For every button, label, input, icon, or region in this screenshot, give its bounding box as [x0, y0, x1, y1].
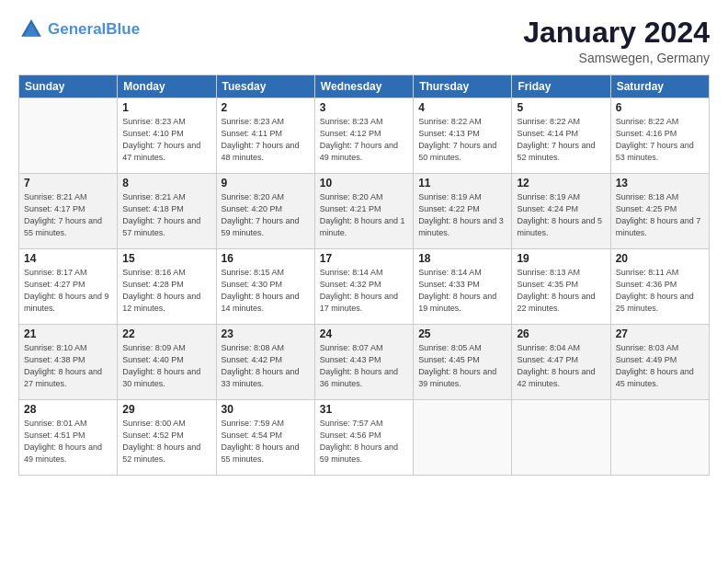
day-info: Sunrise: 8:11 AM Sunset: 4:36 PM Dayligh…: [616, 267, 704, 315]
col-tuesday: Tuesday: [216, 75, 314, 98]
day-info: Sunrise: 8:16 AM Sunset: 4:28 PM Dayligh…: [122, 267, 210, 315]
col-monday: Monday: [118, 75, 216, 98]
table-row: 2Sunrise: 8:23 AM Sunset: 4:11 PM Daylig…: [216, 98, 314, 174]
day-number: 29: [122, 403, 210, 416]
logo: GeneralBlue: [18, 17, 140, 42]
day-number: 6: [616, 101, 704, 114]
month-title: January 2024: [523, 17, 710, 49]
day-number: 17: [320, 252, 408, 265]
day-number: 7: [24, 177, 112, 190]
day-number: 25: [418, 327, 506, 340]
day-info: Sunrise: 8:19 AM Sunset: 4:22 PM Dayligh…: [418, 191, 506, 239]
day-number: 4: [418, 101, 506, 114]
day-info: Sunrise: 8:22 AM Sunset: 4:13 PM Dayligh…: [418, 116, 506, 164]
day-info: Sunrise: 7:59 AM Sunset: 4:54 PM Dayligh…: [222, 418, 310, 465]
table-row: 31Sunrise: 7:57 AM Sunset: 4:56 PM Dayli…: [314, 400, 413, 476]
table-row: 29Sunrise: 8:00 AM Sunset: 4:52 PM Dayli…: [118, 400, 216, 476]
header: GeneralBlue January 2024 Samswegen, Germ…: [18, 17, 710, 65]
calendar-week-row: 7Sunrise: 8:21 AM Sunset: 4:17 PM Daylig…: [19, 174, 710, 249]
day-number: 24: [320, 327, 408, 340]
day-info: Sunrise: 8:18 AM Sunset: 4:25 PM Dayligh…: [616, 191, 704, 239]
day-info: Sunrise: 8:19 AM Sunset: 4:24 PM Dayligh…: [517, 191, 605, 239]
title-block: January 2024 Samswegen, Germany: [523, 17, 710, 65]
day-number: 19: [517, 252, 605, 265]
table-row: 11Sunrise: 8:19 AM Sunset: 4:22 PM Dayli…: [414, 174, 512, 249]
calendar-week-row: 21Sunrise: 8:10 AM Sunset: 4:38 PM Dayli…: [19, 325, 710, 400]
table-row: 17Sunrise: 8:14 AM Sunset: 4:32 PM Dayli…: [314, 249, 413, 325]
table-row: 1Sunrise: 8:23 AM Sunset: 4:10 PM Daylig…: [118, 98, 216, 174]
day-info: Sunrise: 8:15 AM Sunset: 4:30 PM Dayligh…: [222, 267, 310, 315]
day-info: Sunrise: 8:10 AM Sunset: 4:38 PM Dayligh…: [24, 342, 112, 390]
day-number: 11: [418, 177, 506, 190]
col-saturday: Saturday: [610, 75, 709, 98]
location: Samswegen, Germany: [523, 51, 710, 65]
day-number: 18: [418, 252, 506, 265]
table-row: 19Sunrise: 8:13 AM Sunset: 4:35 PM Dayli…: [512, 249, 610, 325]
table-row: 21Sunrise: 8:10 AM Sunset: 4:38 PM Dayli…: [19, 325, 118, 400]
table-row: 10Sunrise: 8:20 AM Sunset: 4:21 PM Dayli…: [314, 174, 413, 249]
day-number: 13: [616, 177, 704, 190]
table-row: [414, 400, 512, 476]
day-info: Sunrise: 8:03 AM Sunset: 4:49 PM Dayligh…: [616, 342, 704, 390]
calendar-table: Sunday Monday Tuesday Wednesday Thursday…: [18, 75, 710, 476]
day-info: Sunrise: 8:01 AM Sunset: 4:51 PM Dayligh…: [24, 418, 112, 465]
day-info: Sunrise: 8:14 AM Sunset: 4:32 PM Dayligh…: [320, 267, 408, 315]
table-row: 26Sunrise: 8:04 AM Sunset: 4:47 PM Dayli…: [512, 325, 610, 400]
col-friday: Friday: [512, 75, 610, 98]
day-number: 1: [122, 101, 210, 114]
day-info: Sunrise: 8:21 AM Sunset: 4:18 PM Dayligh…: [122, 191, 210, 239]
day-number: 15: [122, 252, 210, 265]
table-row: 27Sunrise: 8:03 AM Sunset: 4:49 PM Dayli…: [610, 325, 709, 400]
table-row: 20Sunrise: 8:11 AM Sunset: 4:36 PM Dayli…: [610, 249, 709, 325]
day-number: 16: [222, 252, 310, 265]
day-info: Sunrise: 8:14 AM Sunset: 4:33 PM Dayligh…: [418, 267, 506, 315]
day-info: Sunrise: 8:20 AM Sunset: 4:21 PM Dayligh…: [320, 191, 408, 239]
day-info: Sunrise: 8:17 AM Sunset: 4:27 PM Dayligh…: [24, 267, 112, 315]
table-row: 14Sunrise: 8:17 AM Sunset: 4:27 PM Dayli…: [19, 249, 118, 325]
day-info: Sunrise: 8:07 AM Sunset: 4:43 PM Dayligh…: [320, 342, 408, 390]
table-row: 9Sunrise: 8:20 AM Sunset: 4:20 PM Daylig…: [216, 174, 314, 249]
day-number: 5: [517, 101, 605, 114]
day-number: 9: [222, 177, 310, 190]
calendar-week-row: 1Sunrise: 8:23 AM Sunset: 4:10 PM Daylig…: [19, 98, 710, 174]
calendar-week-row: 14Sunrise: 8:17 AM Sunset: 4:27 PM Dayli…: [19, 249, 710, 325]
table-row: 8Sunrise: 8:21 AM Sunset: 4:18 PM Daylig…: [118, 174, 216, 249]
day-number: 26: [517, 327, 605, 340]
day-info: Sunrise: 8:09 AM Sunset: 4:40 PM Dayligh…: [122, 342, 210, 390]
day-info: Sunrise: 8:04 AM Sunset: 4:47 PM Dayligh…: [517, 342, 605, 390]
day-number: 14: [24, 252, 112, 265]
day-number: 28: [24, 403, 112, 416]
day-info: Sunrise: 8:20 AM Sunset: 4:20 PM Dayligh…: [222, 191, 310, 239]
table-row: [19, 98, 118, 174]
table-row: 6Sunrise: 8:22 AM Sunset: 4:16 PM Daylig…: [610, 98, 709, 174]
table-row: 5Sunrise: 8:22 AM Sunset: 4:14 PM Daylig…: [512, 98, 610, 174]
day-info: Sunrise: 8:22 AM Sunset: 4:14 PM Dayligh…: [517, 116, 605, 164]
table-row: 23Sunrise: 8:08 AM Sunset: 4:42 PM Dayli…: [216, 325, 314, 400]
table-row: 15Sunrise: 8:16 AM Sunset: 4:28 PM Dayli…: [118, 249, 216, 325]
day-info: Sunrise: 8:05 AM Sunset: 4:45 PM Dayligh…: [418, 342, 506, 390]
day-number: 20: [616, 252, 704, 265]
day-number: 10: [320, 177, 408, 190]
col-thursday: Thursday: [414, 75, 512, 98]
table-row: 30Sunrise: 7:59 AM Sunset: 4:54 PM Dayli…: [216, 400, 314, 476]
table-row: 25Sunrise: 8:05 AM Sunset: 4:45 PM Dayli…: [414, 325, 512, 400]
day-number: 12: [517, 177, 605, 190]
col-wednesday: Wednesday: [314, 75, 413, 98]
day-info: Sunrise: 8:23 AM Sunset: 4:10 PM Dayligh…: [122, 116, 210, 164]
day-number: 23: [222, 327, 310, 340]
logo-icon: [18, 17, 44, 42]
day-info: Sunrise: 8:23 AM Sunset: 4:11 PM Dayligh…: [222, 116, 310, 164]
day-info: Sunrise: 8:00 AM Sunset: 4:52 PM Dayligh…: [122, 418, 210, 465]
day-info: Sunrise: 7:57 AM Sunset: 4:56 PM Dayligh…: [320, 418, 408, 465]
table-row: [610, 400, 709, 476]
day-info: Sunrise: 8:21 AM Sunset: 4:17 PM Dayligh…: [24, 191, 112, 239]
table-row: 16Sunrise: 8:15 AM Sunset: 4:30 PM Dayli…: [216, 249, 314, 325]
table-row: 18Sunrise: 8:14 AM Sunset: 4:33 PM Dayli…: [414, 249, 512, 325]
day-number: 21: [24, 327, 112, 340]
day-number: 30: [222, 403, 310, 416]
day-number: 31: [320, 403, 408, 416]
table-row: 4Sunrise: 8:22 AM Sunset: 4:13 PM Daylig…: [414, 98, 512, 174]
calendar-week-row: 28Sunrise: 8:01 AM Sunset: 4:51 PM Dayli…: [19, 400, 710, 476]
page: GeneralBlue January 2024 Samswegen, Germ…: [0, 0, 728, 563]
table-row: 7Sunrise: 8:21 AM Sunset: 4:17 PM Daylig…: [19, 174, 118, 249]
